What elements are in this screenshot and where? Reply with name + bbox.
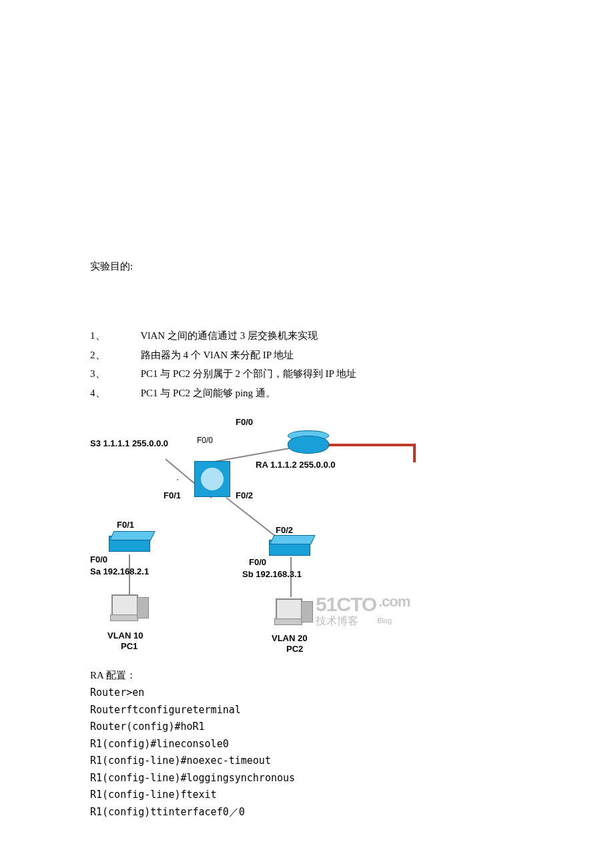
objective-text: 路由器为 4 个 VlAN 来分配 IP 地址 [141, 350, 294, 360]
vlan-label: VLAN 10 [107, 630, 143, 640]
pc-icon [111, 594, 138, 616]
port-label: F0/0 [236, 417, 253, 427]
pc-icon [301, 601, 313, 622]
objective-num: 1、 [90, 326, 138, 346]
watermark-text: 技术博客 [316, 616, 358, 626]
objective-item: 1、 VlAN 之间的通信通过 3 层交换机来实现 [90, 326, 524, 346]
port-label: F0/2 [236, 490, 253, 500]
config-line: R1(config)ttinterfacef0／0 [90, 804, 524, 821]
pc-icon [137, 597, 149, 618]
port-label: F0/2 [276, 525, 293, 535]
switch-icon [109, 536, 150, 552]
config-line: R1(config)#lineconsole0 [90, 736, 524, 753]
objective-item: 3、 PC1 与 PC2 分别属于 2 个部门，能够得到 IP 地址 [90, 364, 524, 384]
device-label-sb: Sb 192.168.3.1 [242, 569, 302, 579]
objectives-list: 1、 VlAN 之间的通信通过 3 层交换机来实现 2、 路由器为 4 个 Vl… [90, 326, 524, 402]
port-label: F0/0 [90, 554, 107, 564]
pc-label: PC1 [121, 641, 137, 651]
pc-icon [110, 614, 138, 621]
device-label-s3: S3 1.1.1.1 255.0.0.0 [90, 438, 168, 448]
port-label: F0/0 [197, 436, 213, 445]
watermark-text: Blog [377, 617, 392, 624]
device-label-sa: Sa 192.168.2.1 [90, 566, 149, 576]
wire-wan [322, 444, 416, 446]
config-line: R1(config-line)#loggingsynchronous [90, 770, 524, 787]
objective-num: 4、 [90, 384, 138, 403]
config-line: R1(config-line)#noexec-timeout [90, 753, 524, 770]
port-label: F0/1 [164, 490, 181, 500]
l3-switch-icon [194, 461, 230, 497]
objective-text: PC1 与 PC2 之间能够 ping 通。 [141, 388, 276, 398]
config-title: RA 配置： [90, 669, 524, 682]
vlan-label: VLAN 20 [272, 633, 307, 643]
config-line: Routerftconfigureterminal [90, 702, 524, 719]
port-label: F0/0 [249, 557, 266, 567]
switch-icon [269, 540, 310, 556]
section-heading: 实验目的: [90, 260, 524, 273]
config-line: Router>en [90, 685, 524, 702]
objective-num: 3、 [90, 364, 138, 384]
objective-text: VlAN 之间的通信通过 3 层交换机来实现 [140, 330, 317, 341]
objective-num: 2、 [90, 346, 138, 365]
config-block: Router>en Routerftconfigureterminal Rout… [90, 685, 524, 821]
wire-wan [413, 444, 416, 462]
config-line: Router(config)#hoR1 [90, 719, 524, 736]
pc-icon [276, 598, 302, 620]
watermark-logo: 51CTO [316, 594, 376, 614]
wire [177, 479, 178, 480]
router-icon [288, 436, 329, 454]
objective-text: PC1 与 PC2 分别属于 2 个部门，能够得到 IP 地址 [141, 368, 356, 379]
config-line: R1(config-line)ftexit [90, 787, 524, 804]
network-diagram: F0/0 S3 1.1.1.1 255.0.0.0 F0/0 RA 1.1.1.… [90, 416, 417, 669]
pc-label: PC2 [286, 644, 303, 654]
device-label-ra: RA 1.1.1.2 255.0.0.0 [256, 460, 336, 470]
objective-item: 4、 PC1 与 PC2 之间能够 ping 通。 [90, 384, 524, 403]
port-label: F0/1 [117, 520, 134, 530]
watermark-logo: .com [378, 594, 410, 609]
pc-icon [274, 618, 302, 625]
objective-item: 2、 路由器为 4 个 VlAN 来分配 IP 地址 [90, 346, 524, 365]
